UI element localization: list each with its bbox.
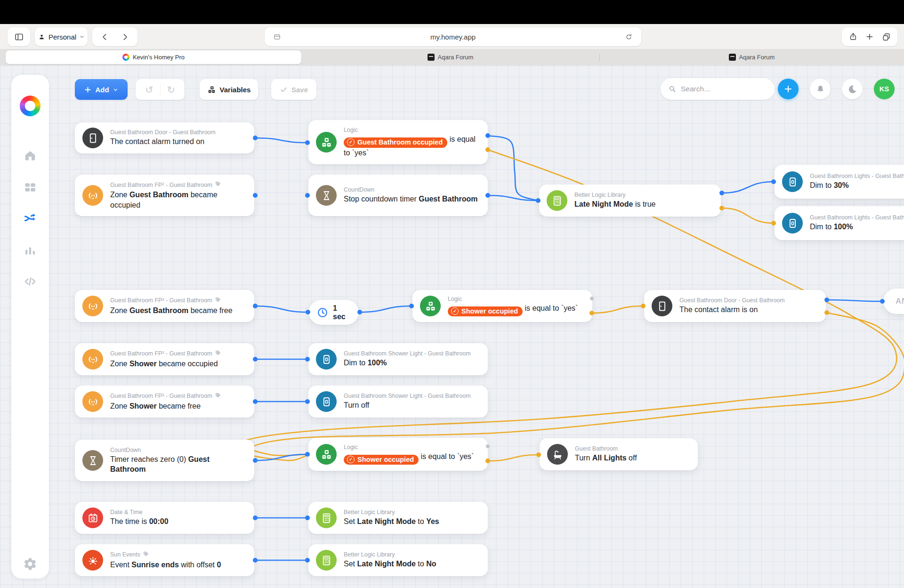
connection-dot-blue[interactable] <box>305 558 310 563</box>
connection-dot-yellow[interactable] <box>485 459 490 463</box>
flow-card-delay-1sec[interactable]: 1 sec <box>309 300 359 325</box>
variable-tag[interactable]: ✓Guest Bathroom occupied <box>344 137 447 148</box>
add-card-button[interactable]: Add <box>75 79 128 100</box>
sidebar-item-flows[interactable] <box>22 210 38 226</box>
connection-dot-blue[interactable] <box>357 310 362 314</box>
card-app-title: Guest Bathroom Lights - Guest Bathroom <box>810 214 904 221</box>
connection-dot-blue[interactable] <box>253 399 258 404</box>
connection-dot-blue[interactable] <box>305 516 310 520</box>
connection-dot-blue[interactable] <box>253 458 258 463</box>
search-input[interactable]: Search... <box>661 78 775 100</box>
variable-tag[interactable]: ✓Shower occupied <box>344 455 419 465</box>
connection-dot-blue[interactable] <box>253 304 258 308</box>
sidebar-toggle-button[interactable] <box>8 27 30 46</box>
connection-dot-yellow[interactable] <box>771 221 776 226</box>
flow-card-shower-off[interactable]: Guest Bathroom Shower Light - Guest Bath… <box>308 386 488 418</box>
undo-redo-group: ↺ ↻ <box>136 79 185 100</box>
redo-button[interactable]: ↻ <box>167 85 176 95</box>
connection-dot-blue[interactable] <box>305 357 310 362</box>
connection-dot-yellow[interactable] <box>719 206 724 210</box>
check-icon <box>280 86 288 94</box>
flow-card-logic-gb-occupied[interactable]: Logic✓Guest Bathroom occupied is equal t… <box>308 120 488 164</box>
connection-dot-blue[interactable] <box>305 193 310 198</box>
flow-canvas[interactable]: Guest Bathroom Door - Guest BathroomThe … <box>0 65 904 588</box>
flow-card-set-lnm-yes[interactable]: Better Logic LibrarySet Late Night Mode … <box>308 502 488 534</box>
tab-separator <box>599 54 600 61</box>
browser-tab-0[interactable]: Kevin's Homey Pro <box>6 50 301 64</box>
connection-dot-yellow[interactable] <box>589 311 594 315</box>
dark-mode-button[interactable] <box>842 79 863 99</box>
reload-icon[interactable] <box>625 33 633 41</box>
connection-dot-blue[interactable] <box>409 304 414 308</box>
flow-card-any-node[interactable]: ANY <box>883 289 904 314</box>
undo-button[interactable]: ↺ <box>145 85 153 95</box>
flow-card-door-open[interactable]: Guest Bathroom Door - Guest BathroomThe … <box>75 122 254 153</box>
flow-card-lights-dim-30[interactable]: Guest Bathroom Lights - Guest BathroomDi… <box>775 165 904 199</box>
connection-dot-blue[interactable] <box>771 179 776 184</box>
connection-dot-yellow[interactable] <box>824 310 829 315</box>
connection-dot-blue[interactable] <box>253 516 258 520</box>
forward-button[interactable] <box>121 33 129 41</box>
connection-dot-blue[interactable] <box>253 558 258 563</box>
connection-dot-blue[interactable] <box>305 140 310 145</box>
flow-card-set-lnm-no[interactable]: Better Logic LibrarySet Late Night Mode … <box>308 544 488 576</box>
connection-dot-blue[interactable] <box>253 193 258 198</box>
variable-tag[interactable]: ✓Shower occupied <box>448 306 523 317</box>
connection-dot-blue[interactable] <box>305 452 310 457</box>
back-button[interactable] <box>101 33 109 41</box>
browser-tab-2[interactable]: Aqara Forum <box>599 50 904 64</box>
avatar[interactable]: KS <box>874 79 895 99</box>
connection-dot-yellow[interactable] <box>536 452 541 457</box>
connection-dot-yellow[interactable] <box>641 304 646 308</box>
new-tab-icon[interactable] <box>865 32 874 41</box>
flow-card-time-0000[interactable]: Date & TimeThe time is 00:00 <box>75 502 254 534</box>
flow-card-bll-late-night[interactable]: Better Logic LibraryLate Night Mode is t… <box>539 185 721 217</box>
flow-card-all-lights-off[interactable]: Guest BathroomTurn All Lights off <box>540 438 698 470</box>
connection-dot-blue[interactable] <box>305 399 310 404</box>
flow-card-shower-dim-100[interactable]: Guest Bathroom Shower Light - Guest Bath… <box>308 343 488 375</box>
connection-dot-blue[interactable] <box>485 193 490 198</box>
flow-card-fp2-gb-occupied[interactable]: Guest Bathroom FP² - Guest BathroomZone … <box>75 175 254 216</box>
variables-button[interactable]: Variables <box>200 79 258 100</box>
profile-menu-button[interactable]: Personal <box>35 27 88 46</box>
connection-dot-yellow[interactable] <box>485 147 490 152</box>
flow-card-fp2-gb-free[interactable]: Guest Bathroom FP² - Guest BathroomZone … <box>75 290 254 322</box>
connection-dot-gray[interactable] <box>486 444 490 448</box>
card-body: Set Late Night Mode to Yes <box>344 516 439 526</box>
sidebar-item-scripts[interactable] <box>22 274 38 290</box>
connection-dot-blue[interactable] <box>485 133 490 138</box>
connection-dot-blue[interactable] <box>719 191 724 195</box>
sidebar-item-devices[interactable] <box>22 179 38 195</box>
connection-dot-blue[interactable] <box>880 299 885 304</box>
sidebar-item-insights[interactable] <box>22 242 38 258</box>
flow-card-logic-shower-1[interactable]: Logic✓Shower occupied is equal to `yes` <box>412 290 592 322</box>
tag-icon <box>215 392 221 400</box>
sidebar-item-settings[interactable] <box>22 556 38 572</box>
flow-card-lights-dim-100[interactable]: Guest Bathroom Lights - Guest BathroomDi… <box>775 206 904 240</box>
tab-overview-icon[interactable] <box>882 32 891 41</box>
create-flow-button[interactable] <box>778 79 799 99</box>
address-bar[interactable]: my.homey.app <box>265 27 641 46</box>
share-icon[interactable] <box>849 32 857 41</box>
card-app-title: Logic <box>344 444 358 451</box>
browser-tab-1[interactable]: Aqara Forum <box>301 50 599 64</box>
connection-dot-gray[interactable] <box>590 297 594 300</box>
flow-card-fp2-shower-free[interactable]: Guest Bathroom FP² - Guest BathroomZone … <box>75 386 254 418</box>
connection-dot-blue[interactable] <box>253 357 258 362</box>
connection-dot-blue[interactable] <box>536 198 541 203</box>
card-app-title: Guest Bathroom FP² - Guest Bathroom <box>110 350 212 357</box>
notifications-button[interactable] <box>810 79 831 99</box>
page-settings-icon[interactable] <box>273 33 281 41</box>
flow-card-countdown-stop[interactable]: CountDownStop countdown timer Guest Bath… <box>308 175 488 216</box>
connection-dot-blue[interactable] <box>824 298 829 302</box>
flow-card-countdown-zero[interactable]: CountDownTimer reaches zero (0) Guest Ba… <box>75 440 254 481</box>
flow-card-door-alarm-on[interactable]: Guest Bathroom Door - Guest BathroomThe … <box>644 290 826 322</box>
flow-card-sunrise[interactable]: Sun EventsEvent Sunrise ends with offset… <box>75 544 254 576</box>
connection-dot-blue[interactable] <box>306 310 310 314</box>
connection-dot-blue[interactable] <box>253 136 258 140</box>
sidebar-item-home[interactable] <box>22 147 38 163</box>
homey-logo[interactable] <box>20 96 40 116</box>
flow-card-fp2-shower-occupied[interactable]: Guest Bathroom FP² - Guest BathroomZone … <box>75 343 254 375</box>
save-button[interactable]: Save <box>271 79 316 100</box>
flow-card-logic-shower-2[interactable]: Logic✓Shower occupied is equal to `yes` <box>308 438 488 471</box>
